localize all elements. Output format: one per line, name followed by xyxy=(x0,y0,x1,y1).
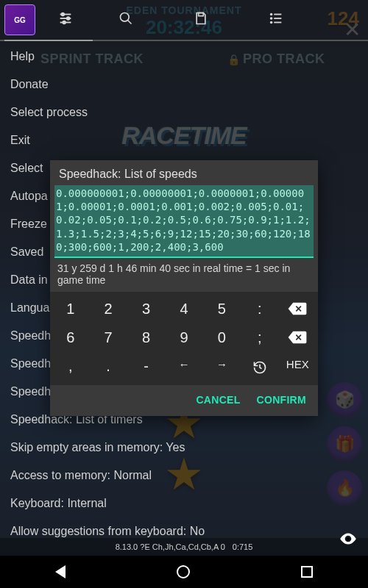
key-7[interactable]: 7 xyxy=(89,323,127,352)
nav-home-icon[interactable] xyxy=(177,565,190,578)
svg-point-3 xyxy=(62,12,65,15)
nav-back-icon[interactable] xyxy=(55,565,66,578)
key-semicolon[interactable]: ; xyxy=(241,323,278,352)
key-right-arrow[interactable]: → xyxy=(203,352,241,381)
key-2[interactable]: 2 xyxy=(89,295,127,323)
cancel-button[interactable]: CANCEL xyxy=(196,394,240,406)
gg-tab-underline xyxy=(0,40,368,41)
menu-item[interactable]: Skip empty areas in memory: Yes xyxy=(0,434,368,462)
svg-point-5 xyxy=(63,21,66,24)
key-3[interactable]: 3 xyxy=(127,295,165,323)
history-icon[interactable] xyxy=(241,352,278,381)
search-icon[interactable] xyxy=(110,11,141,29)
confirm-button[interactable]: CONFIRM xyxy=(257,394,306,406)
nav-recent-icon[interactable] xyxy=(301,566,313,578)
keypad: 1 2 3 4 5 : 6 7 8 9 0 ; xyxy=(50,292,318,385)
key-6[interactable]: 6 xyxy=(52,323,89,352)
gg-app-icon[interactable]: GG xyxy=(4,4,35,35)
menu-item[interactable]: Help xyxy=(0,43,368,71)
dialog-title: Speedhack: List of speeds xyxy=(50,160,318,185)
screen: EDEN TOURNAMENT 20:32:46 124 ✕ SPRINT TR… xyxy=(0,0,368,588)
key-8[interactable]: 8 xyxy=(127,323,165,352)
gg-footer-left: 8.13.0 ?E Ch,Jh,Ca,Cd,Cb,A 0 xyxy=(116,542,225,551)
backspace-icon[interactable] xyxy=(279,323,316,352)
menu-item[interactable]: Select process xyxy=(0,98,368,126)
key-hex[interactable]: HEX xyxy=(279,352,316,381)
dialog-hint: 31 y 259 d 1 h 46 min 40 sec in real tim… xyxy=(50,258,318,292)
speeds-input[interactable]: 0.000000001;0.00000001;0.0000001;0.00000… xyxy=(54,185,314,258)
key-9[interactable]: 9 xyxy=(165,323,202,352)
list-icon[interactable] xyxy=(261,10,291,30)
gg-toolbar: GG xyxy=(0,0,368,40)
backspace-icon[interactable] xyxy=(279,295,316,323)
gg-footer: 8.13.0 ?E Ch,Jh,Ca,Cd,Cb,A 0 0:715 xyxy=(0,538,368,556)
settings-sliders-icon[interactable] xyxy=(50,10,81,30)
dialog-actions: CANCEL CONFIRM xyxy=(50,385,318,416)
menu-item[interactable]: Donate xyxy=(0,71,368,98)
key-left-arrow[interactable]: ← xyxy=(165,352,202,381)
eye-icon[interactable] xyxy=(339,529,358,553)
android-navbar xyxy=(0,556,368,588)
key-comma[interactable]: , xyxy=(52,352,89,381)
svg-point-12 xyxy=(271,13,272,15)
svg-line-7 xyxy=(128,20,132,24)
svg-point-14 xyxy=(271,21,272,23)
key-minus[interactable]: - xyxy=(127,352,165,381)
menu-item[interactable]: Exit xyxy=(0,126,368,154)
svg-point-6 xyxy=(121,12,130,21)
svg-point-13 xyxy=(271,18,272,19)
svg-rect-8 xyxy=(199,12,204,15)
menu-item[interactable]: Access to memory: Normal xyxy=(0,462,368,490)
speedhack-dialog: Speedhack: List of speeds 0.000000001;0.… xyxy=(50,160,318,416)
key-colon[interactable]: : xyxy=(241,295,278,323)
key-4[interactable]: 4 xyxy=(165,295,202,323)
svg-point-4 xyxy=(67,17,70,20)
menu-item[interactable]: Keyboard: Internal xyxy=(0,490,368,517)
gg-footer-right: 0:715 xyxy=(233,542,253,551)
key-0[interactable]: 0 xyxy=(203,323,241,352)
key-dot[interactable]: . xyxy=(89,352,127,381)
save-icon[interactable] xyxy=(185,11,216,29)
key-5[interactable]: 5 xyxy=(203,295,241,323)
svg-point-15 xyxy=(347,537,350,540)
key-1[interactable]: 1 xyxy=(52,295,89,323)
